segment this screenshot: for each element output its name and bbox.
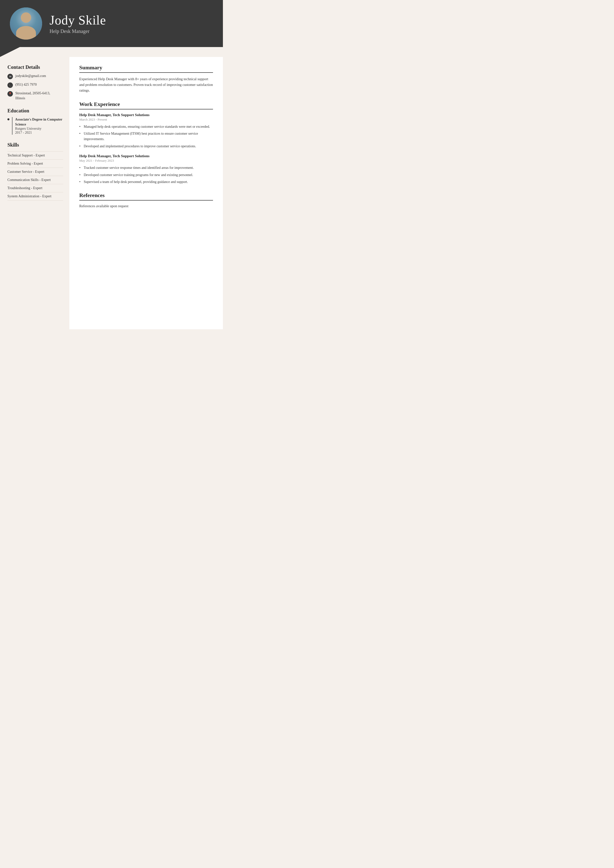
job-dates: May 2021 - February 2023 [79, 159, 213, 163]
sidebar: Contact Details ✉ jodyskile@gmail.com 📞 … [0, 57, 69, 329]
references-section: References References available upon req… [79, 192, 213, 208]
skill-item: Technical Support - Expert [8, 151, 63, 160]
education-section: Education Associate's Degree in Computer… [8, 108, 63, 135]
summary-title: Summary [79, 64, 213, 73]
phone-text: (951) 425 7970 [16, 82, 37, 87]
job-bullet-item: Utilized IT Service Management (ITSM) be… [79, 131, 213, 142]
skill-item: Problem Solving - Expert [8, 160, 63, 168]
main-content: Summary Experienced Help Desk Manager wi… [69, 57, 223, 329]
header: Jody Skile Help Desk Manager [0, 0, 223, 47]
work-experience-section: Work Experience Help Desk Manager, Tech … [79, 101, 213, 185]
skill-item: Troubleshooting - Expert [8, 184, 63, 192]
edu-school: Rutgers University [15, 127, 63, 131]
job-dates: March 2023 - Present [79, 118, 213, 122]
jobs-list: Help Desk Manager, Tech Support Solution… [79, 113, 213, 185]
avatar [10, 8, 42, 40]
job-bullet-item: Supervised a team of help desk personnel… [79, 179, 213, 185]
job-bullet-item: Managed help desk operations, ensuring c… [79, 124, 213, 130]
skill-item: Customer Service - Expert [8, 168, 63, 176]
education-section-title: Education [8, 108, 63, 114]
contact-section-title: Contact Details [8, 64, 63, 70]
content-area: Contact Details ✉ jodyskile@gmail.com 📞 … [0, 57, 223, 329]
edu-years: 2017 - 2021 [15, 131, 63, 135]
edu-degree: Associate's Degree in Computer Science [15, 117, 63, 127]
job-bullets: Managed help desk operations, ensuring c… [79, 124, 213, 149]
summary-text: Experienced Help Desk Manager with 8+ ye… [79, 76, 213, 94]
location-icon: 📍 [8, 91, 13, 96]
contact-section: Contact Details ✉ jodyskile@gmail.com 📞 … [8, 64, 63, 101]
candidate-name: Jody Skile [50, 13, 106, 28]
edu-details: Associate's Degree in Computer Science R… [12, 117, 63, 135]
skills-section-title: Skills [8, 142, 63, 148]
skills-section: Skills Technical Support - ExpertProblem… [8, 142, 63, 200]
references-text: References available upon request [79, 204, 213, 208]
job-entry: Help Desk Manager, Tech Support Solution… [79, 154, 213, 185]
email-item: ✉ jodyskile@gmail.com [8, 73, 63, 79]
email-text: jodyskile@gmail.com [16, 73, 46, 79]
job-bullet-item: Tracked customer service response times … [79, 165, 213, 170]
job-bullet-item: Developed and implemented procedures to … [79, 144, 213, 149]
phone-icon: 📞 [8, 82, 13, 88]
address-text: Strosinstad, 20505-6413, Illinois [16, 91, 50, 101]
job-bullets: Tracked customer service response times … [79, 165, 213, 185]
skills-list: Technical Support - ExpertProblem Solvin… [8, 151, 63, 200]
email-icon: ✉ [8, 74, 13, 79]
phone-item: 📞 (951) 425 7970 [8, 82, 63, 88]
edu-bullet [8, 118, 9, 120]
address-item: 📍 Strosinstad, 20505-6413, Illinois [8, 91, 63, 101]
references-title: References [79, 192, 213, 200]
job-bullet-item: Developed customer service training prog… [79, 172, 213, 178]
education-item: Associate's Degree in Computer Science R… [8, 117, 63, 135]
work-experience-title: Work Experience [79, 101, 213, 109]
job-entry: Help Desk Manager, Tech Support Solution… [79, 113, 213, 149]
header-info: Jody Skile Help Desk Manager [50, 13, 106, 34]
header-arrow-decoration [0, 47, 223, 57]
skill-item: Communication Skills - Expert [8, 176, 63, 184]
candidate-title: Help Desk Manager [50, 28, 106, 34]
skill-item: System Administration - Expert [8, 192, 63, 200]
summary-section: Summary Experienced Help Desk Manager wi… [79, 64, 213, 94]
job-title: Help Desk Manager, Tech Support Solution… [79, 154, 213, 158]
job-title: Help Desk Manager, Tech Support Solution… [79, 113, 213, 117]
